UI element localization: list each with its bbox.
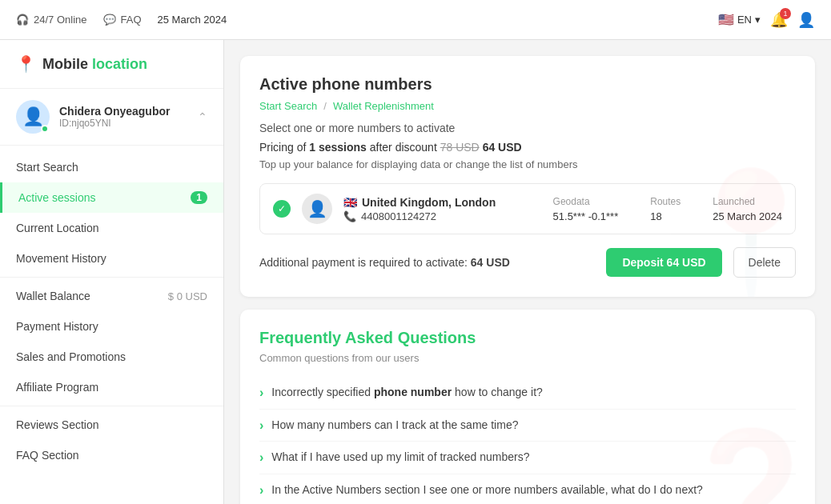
- stat-geodata: Geodata 51.5*** -0.1***: [553, 196, 619, 222]
- support-label: 24/7 Online: [34, 14, 87, 26]
- user-id: ID:njqo5YNI: [59, 118, 188, 129]
- faq-item-2[interactable]: › How many numbers can I track at the sa…: [259, 410, 796, 442]
- phone-country: 🇬🇧 United Kingdom, London: [343, 196, 542, 209]
- faq-text-4: In the Active Numbers section I see one …: [271, 482, 703, 498]
- active-sessions-label: Active sessions: [18, 191, 95, 204]
- faq-item-4[interactable]: › In the Active Numbers section I see on…: [259, 474, 796, 504]
- language-label: EN: [737, 14, 752, 26]
- phone-entry-row: ✓ 👤 🇬🇧 United Kingdom, London 📞 44080011…: [259, 183, 796, 234]
- check-icon: ✓: [273, 200, 291, 218]
- breadcrumb-start-search[interactable]: Start Search: [259, 100, 317, 112]
- phone-avatar: 👤: [302, 194, 332, 224]
- phone-number: 📞 4408001124272: [343, 210, 542, 222]
- sidebar-item-faq-section[interactable]: FAQ Section: [0, 440, 223, 470]
- stat-routes: Routes 18: [650, 196, 680, 222]
- notification-bell[interactable]: 🔔 1: [770, 11, 788, 29]
- sidebar-item-reviews-section[interactable]: Reviews Section: [0, 410, 223, 440]
- nav-section: Start Search Active sessions 1 Current L…: [0, 146, 223, 477]
- pricing-info: Pricing of 1 sessions after discount 78 …: [259, 141, 796, 154]
- headset-icon: 🎧: [16, 14, 29, 26]
- launched-value: 25 March 2024: [713, 210, 782, 222]
- breadcrumb: Start Search / Wallet Replenishment: [259, 100, 796, 112]
- topnav-right: 🇺🇸 EN ▾ 🔔 1 👤: [718, 11, 815, 29]
- avatar-icon: 👤: [22, 106, 44, 127]
- top-navigation: 🎧 24/7 Online 💬 FAQ 25 March 2024 🇺🇸 EN …: [0, 0, 831, 40]
- user-name: Chidera Onyeagubor: [59, 105, 188, 118]
- phone-details: 🇬🇧 United Kingdom, London 📞 440800112427…: [343, 196, 542, 222]
- phone-number-text: 4408001124272: [361, 210, 436, 222]
- faq-chevron-3: ›: [259, 450, 263, 465]
- faq-item-3[interactable]: › What if I have used up my limit of tra…: [259, 442, 796, 474]
- sidebar-item-affiliate-program[interactable]: Affiliate Program: [0, 372, 223, 402]
- routes-header: Routes: [650, 196, 680, 207]
- faq-link[interactable]: 💬 FAQ: [103, 14, 142, 26]
- payment-row: Additional payment is required to activa…: [259, 247, 796, 278]
- pricing-middle: after discount: [370, 141, 437, 154]
- start-search-label: Start Search: [16, 161, 78, 174]
- faq-text-2: How many numbers can I track at the same…: [271, 418, 518, 434]
- country-name: United Kingdom, London: [362, 196, 496, 209]
- price-new: 64 USD: [483, 141, 522, 154]
- avatar: 👤: [16, 100, 50, 134]
- current-location-label: Current Location: [16, 222, 99, 234]
- phone-stats: Geodata 51.5*** -0.1*** Routes 18 Launch…: [553, 196, 782, 222]
- launched-header: Launched: [713, 196, 782, 207]
- faq-subtitle: Common questions from our users: [259, 352, 796, 364]
- sidebar-item-start-search[interactable]: Start Search: [0, 152, 223, 182]
- deposit-button[interactable]: Deposit 64 USD: [606, 248, 721, 277]
- sessions-count: 1 sessions: [309, 141, 367, 154]
- card-description: Select one or more numbers to activate: [259, 122, 796, 134]
- logo-text: Mobile location: [42, 56, 147, 73]
- breadcrumb-separator: /: [323, 100, 327, 112]
- sidebar: 📍 Mobile location 👤 Chidera Onyeagubor I…: [0, 40, 224, 504]
- movement-history-label: Movement History: [16, 252, 106, 265]
- breadcrumb-wallet[interactable]: Wallet Replenishment: [333, 100, 434, 112]
- faq-text-1: Incorrectly specified phone number how t…: [271, 385, 542, 401]
- sidebar-item-wallet-balance[interactable]: Wallet Balance $ 0 USD: [0, 281, 223, 311]
- phone-icon: 📞: [343, 210, 356, 222]
- sales-promotions-label: Sales and Promotions: [16, 350, 126, 363]
- payment-amount: 64 USD: [471, 256, 510, 269]
- faq-icon: 💬: [103, 14, 116, 26]
- pricing-prefix: Pricing of: [259, 141, 306, 154]
- faq-chevron-1: ›: [259, 386, 263, 400]
- user-card: 👤 Chidera Onyeagubor ID:njqo5YNI ⌃: [0, 89, 223, 146]
- stat-launched: Launched 25 March 2024: [713, 196, 782, 222]
- support-info: 🎧 24/7 Online: [16, 14, 87, 26]
- faq-item-1[interactable]: › Incorrectly specified phone number how…: [259, 377, 796, 410]
- flag-icon: 🇺🇸: [718, 12, 734, 27]
- faq-section-label: FAQ Section: [16, 449, 79, 462]
- faq-text-3: What if I have used up my limit of track…: [271, 450, 529, 466]
- country-flag: 🇬🇧: [343, 196, 357, 209]
- wallet-amount: $ 0 USD: [168, 290, 207, 302]
- reviews-section-label: Reviews Section: [16, 418, 99, 431]
- faq-chevron-2: ›: [259, 418, 263, 433]
- payment-text-prefix: Additional payment is required to activa…: [259, 256, 468, 269]
- faq-card: ❓ Frequently Asked Questions Common ques…: [240, 310, 815, 504]
- sidebar-item-active-sessions[interactable]: Active sessions 1: [0, 182, 223, 213]
- geodata-value: 51.5*** -0.1***: [553, 210, 619, 222]
- topnav-left: 🎧 24/7 Online 💬 FAQ 25 March 2024: [16, 14, 227, 26]
- user-profile-icon[interactable]: 👤: [797, 11, 815, 29]
- card-note: Top up your balance for displaying data …: [259, 158, 796, 170]
- sidebar-item-sales-promotions[interactable]: Sales and Promotions: [0, 342, 223, 372]
- language-selector[interactable]: 🇺🇸 EN ▾: [718, 12, 761, 27]
- faq-chevron-4: ›: [259, 483, 263, 498]
- logo: 📍 Mobile location: [0, 40, 223, 89]
- price-old: 78 USD: [440, 141, 480, 154]
- chevron-down-icon: ▾: [755, 14, 761, 26]
- user-menu-chevron[interactable]: ⌃: [198, 110, 207, 123]
- sidebar-item-movement-history[interactable]: Movement History: [0, 243, 223, 274]
- wallet-balance-label: Wallet Balance: [16, 290, 90, 302]
- notification-badge: 1: [780, 8, 791, 19]
- geodata-header: Geodata: [553, 196, 619, 207]
- delete-button[interactable]: Delete: [733, 247, 796, 278]
- logo-mobile: Mobile: [42, 56, 88, 72]
- logo-pin-icon: 📍: [16, 54, 36, 74]
- active-phone-title: Active phone numbers: [259, 75, 796, 94]
- nav-divider-1: [0, 277, 223, 278]
- affiliate-program-label: Affiliate Program: [16, 381, 98, 394]
- sidebar-item-current-location[interactable]: Current Location: [0, 213, 223, 243]
- sidebar-item-payment-history[interactable]: Payment History: [0, 311, 223, 342]
- main-layout: 📍 Mobile location 👤 Chidera Onyeagubor I…: [0, 40, 831, 504]
